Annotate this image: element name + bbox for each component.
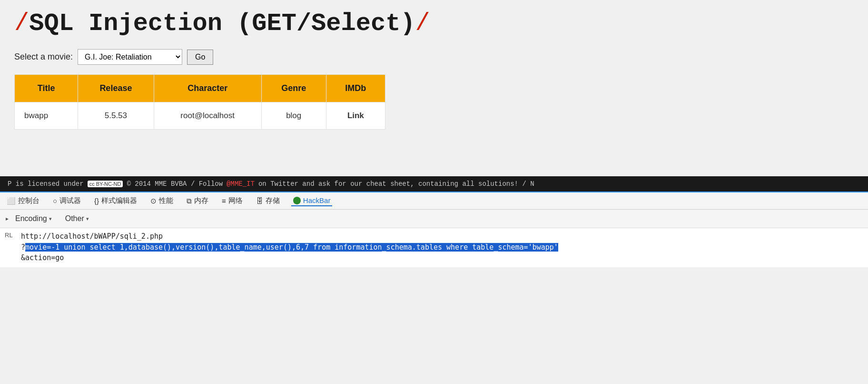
hackbar-url-row: RL http://localhost/bWAPP/sqli_2.php ?mo… (5, 230, 868, 264)
url-line2: ?movie=-1 union select 1,database(),vers… (21, 242, 866, 253)
network-icon: ≡ (222, 197, 226, 205)
toolbar-label-network: 网络 (228, 196, 243, 205)
slash-left: / (14, 10, 29, 38)
url-row-label: RL (5, 230, 19, 239)
table-body: bwapp 5.5.53 root@localhost blog Link (15, 102, 385, 130)
cell-title: bwapp (15, 102, 78, 130)
hackbar-url-display[interactable]: http://localhost/bWAPP/sqli_2.php ?movie… (19, 230, 868, 264)
cc-badge: cc BY-NC-ND (88, 181, 123, 187)
imdb-link[interactable]: Link (347, 111, 364, 120)
toolbar-bar: ⬜ 控制台 ○ 调试器 {} 样式编辑器 ⊙ 性能 ⧉ 内存 ≡ 网络 🗄 存储… (0, 192, 868, 209)
toolbar-item-storage[interactable]: 🗄 存储 (254, 195, 282, 206)
col-genre: Genre (261, 75, 326, 102)
results-table: Title Release Character Genre IMDb bwapp… (14, 74, 385, 130)
storage-icon: 🗄 (256, 197, 263, 205)
footer-text-before: P is licensed under (8, 180, 84, 188)
toolbar-label-storage: 存储 (266, 196, 280, 205)
table-header: Title Release Character Genre IMDb (15, 75, 385, 102)
toolbar-label-style-editor: 样式编辑器 (101, 196, 137, 205)
col-imdb: IMDb (326, 75, 385, 102)
other-label: Other (65, 214, 84, 223)
url-line1: http://localhost/bWAPP/sqli_2.php (21, 231, 866, 242)
page-title: / SQL Injection (GET/Select) / (14, 10, 854, 38)
toolbar-label-performance: 性能 (159, 196, 173, 205)
cell-character: root@localhost (154, 102, 261, 130)
other-dropdown-arrow: ▾ (86, 216, 89, 222)
select-label: Select a movie: (14, 52, 73, 62)
select-row: Select a movie: G.I. Joe: Retaliation Ir… (14, 49, 854, 65)
toolbar-item-console[interactable]: ⬜ 控制台 (5, 195, 41, 206)
toolbar-item-hackbar[interactable]: HackBar (291, 195, 333, 206)
toolbar-label-console: 控制台 (18, 196, 39, 205)
toolbar-label-hackbar: HackBar (303, 196, 331, 204)
slash-right: / (415, 10, 430, 38)
table-header-row: Title Release Character Genre IMDb (15, 75, 385, 102)
footer-bar: P is licensed under cc BY-NC-ND © 2014 M… (0, 176, 868, 192)
hackbar-collapse-arrow[interactable]: ▸ (6, 215, 9, 222)
encoding-label: Encoding (15, 214, 47, 223)
url-line3: &action=go (21, 253, 866, 263)
toolbar-item-performance[interactable]: ⊙ 性能 (148, 195, 175, 206)
col-release: Release (78, 75, 154, 102)
footer-text-end: on Twitter and ask for our cheat sheet, … (258, 180, 534, 188)
encoding-dropdown[interactable]: Encoding ▾ (11, 212, 56, 225)
hackbar-inputs: RL http://localhost/bWAPP/sqli_2.php ?mo… (0, 228, 868, 267)
cell-imdb[interactable]: Link (326, 102, 385, 130)
footer-text-after: © 2014 MME BVBA / Follow (127, 180, 223, 188)
hackbar-toolbar: ▸ Encoding ▾ Other ▾ (0, 210, 868, 228)
title-text: SQL Injection (GET/Select) (29, 10, 415, 38)
encoding-dropdown-arrow: ▾ (49, 216, 52, 222)
hackbar-dot-icon (293, 197, 301, 204)
col-character: Character (154, 75, 261, 102)
cell-genre: blog (261, 102, 326, 130)
toolbar-item-network[interactable]: ≡ 网络 (220, 195, 245, 206)
toolbar-label-memory: 内存 (194, 196, 208, 205)
url-line2-selected[interactable]: movie=-1 union select 1,database(),versi… (25, 243, 558, 252)
toolbar-item-memory[interactable]: ⧉ 内存 (185, 195, 210, 206)
memory-icon: ⧉ (187, 197, 192, 205)
col-title: Title (15, 75, 78, 102)
go-button[interactable]: Go (187, 50, 213, 65)
twitter-link[interactable]: @MME_IT (227, 180, 255, 188)
url-line2-prefix: ? (21, 243, 25, 252)
movie-select[interactable]: G.I. Joe: Retaliation Iron Man Man of St… (78, 49, 182, 65)
table-row: bwapp 5.5.53 root@localhost blog Link (15, 102, 385, 130)
toolbar-item-debugger[interactable]: ○ 调试器 (51, 195, 83, 206)
toolbar-label-debugger: 调试器 (59, 196, 81, 205)
style-editor-icon: {} (94, 197, 99, 205)
cell-release: 5.5.53 (78, 102, 154, 130)
hackbar-panel: ▸ Encoding ▾ Other ▾ RL http://localhost… (0, 209, 868, 267)
toolbar-item-style-editor[interactable]: {} 样式编辑器 (92, 195, 139, 206)
console-icon: ⬜ (7, 197, 16, 205)
performance-icon: ⊙ (150, 197, 157, 205)
other-dropdown[interactable]: Other ▾ (61, 212, 93, 225)
debugger-icon: ○ (53, 197, 57, 205)
main-content: / SQL Injection (GET/Select) / Select a … (0, 0, 868, 176)
